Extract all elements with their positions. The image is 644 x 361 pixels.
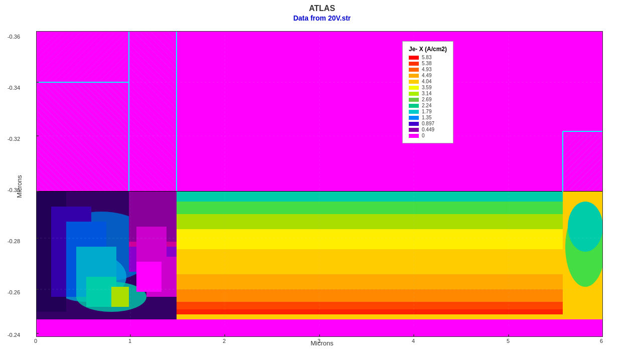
legend-value-4: 4.49 [422,73,431,78]
svg-rect-4 [36,82,129,192]
legend-color-10 [409,110,419,114]
svg-rect-45 [177,214,563,229]
chart-title: ATLAS [309,4,335,13]
legend-item-4: 4.49 [409,73,447,78]
legend-item-6: 3.59 [409,85,447,90]
legend-item-7: 3.14 [409,91,447,96]
svg-rect-51 [177,309,563,314]
svg-rect-44 [177,202,563,214]
legend-color-1 [409,56,419,60]
page-container: ATLAS Data from 20V.str Microns -0.36 -0… [0,0,644,361]
x-axis-label: Microns [6,339,638,347]
legend-value-12: 0.897 [422,121,434,126]
svg-rect-8 [129,31,177,192]
svg-rect-49 [177,289,563,302]
legend-value-10: 1.79 [422,109,431,114]
legend-color-7 [409,92,419,96]
legend-value-3: 4.93 [422,67,431,72]
legend-color-14 [409,134,419,138]
legend: Je- X (A/cm2) 5.83 5.38 4.93 4.49 4.04 [402,41,453,143]
legend-color-11 [409,116,419,120]
legend-color-3 [409,68,419,72]
svg-rect-60 [111,287,129,307]
legend-value-13: 0.449 [422,127,434,132]
y-tick-030: -0.30 [8,187,20,193]
legend-item-11: 1.35 [409,115,447,120]
svg-rect-48 [177,274,563,289]
legend-color-6 [409,86,419,90]
legend-item-2: 5.38 [409,61,447,66]
svg-rect-63 [136,262,162,292]
legend-item-8: 2.69 [409,97,447,102]
legend-value-7: 3.14 [422,91,431,96]
legend-color-5 [409,80,419,84]
svg-rect-10 [563,131,603,192]
legend-color-2 [409,62,419,66]
svg-point-54 [568,202,603,252]
legend-title: Je- X (A/cm2) [409,46,447,53]
legend-color-12 [409,122,419,126]
legend-value-2: 5.38 [422,61,431,66]
legend-value-1: 5.83 [422,55,431,60]
legend-item-14: 0 [409,133,447,138]
chart-area: Microns -0.36 -0.34 -0.32 -0.30 -0.28 -0… [6,26,638,347]
svg-rect-50 [177,302,563,309]
y-tick-028: -0.28 [8,238,20,244]
y-tick-026: -0.26 [8,289,20,295]
legend-value-6: 3.59 [422,85,431,90]
legend-color-13 [409,128,419,132]
legend-value-8: 2.69 [422,97,431,102]
legend-item-1: 5.83 [409,55,447,60]
legend-value-11: 1.35 [422,115,431,120]
svg-rect-43 [177,192,563,202]
svg-rect-46 [177,229,563,249]
plot-svg [36,31,603,337]
y-tick-024: -0.24 [8,332,20,338]
svg-rect-47 [177,249,563,274]
legend-value-5: 4.04 [422,79,431,84]
legend-item-5: 4.04 [409,79,447,84]
legend-item-12: 0.897 [409,121,447,126]
chart-subtitle: Data from 20V.str [293,14,351,22]
legend-item-3: 4.93 [409,67,447,72]
legend-color-4 [409,74,419,78]
y-axis-label: Microns [16,175,23,198]
y-tick-032: -0.32 [8,136,20,142]
y-tick-036: -0.36 [8,34,20,40]
y-tick-034: -0.34 [8,85,20,91]
svg-rect-6 [36,31,129,82]
legend-value-14: 0 [422,133,425,138]
legend-item-9: 2.24 [409,103,447,108]
legend-item-13: 0.449 [409,127,447,132]
legend-color-8 [409,98,419,102]
legend-value-9: 2.24 [422,103,431,108]
legend-item-10: 1.79 [409,109,447,114]
legend-color-9 [409,104,419,108]
